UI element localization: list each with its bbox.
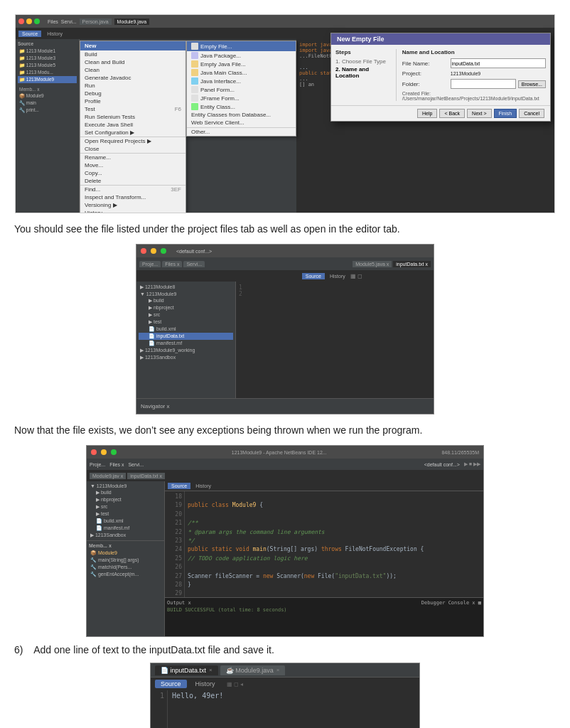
tab-person-java[interactable]: Person.java	[80, 18, 112, 25]
menu-profile[interactable]: Profile	[80, 97, 185, 105]
menu-proje-3[interactable]: Proje...	[90, 462, 105, 467]
subtab-history-4[interactable]: History	[190, 680, 221, 688]
tree-1213module8[interactable]: ▶ 1213Module8	[139, 284, 233, 291]
submenu-empty-file[interactable]: Empty File...	[187, 41, 296, 51]
subtab-source-3[interactable]: Source	[168, 483, 190, 489]
tab-module9-jav[interactable]: Module9.jav x	[90, 473, 126, 479]
module9-member[interactable]: 📦 Module9	[18, 92, 77, 100]
tree-build-xml[interactable]: 📄 build.xml	[139, 326, 233, 333]
members-module9[interactable]: 📦 Module9	[89, 550, 162, 557]
next-button[interactable]: Next >	[467, 109, 491, 118]
browse-button[interactable]: Browse...	[518, 80, 546, 88]
menu-run[interactable]: Run	[80, 82, 185, 90]
ide-menu-servi[interactable]: Servi...	[61, 19, 77, 24]
tree3-src[interactable]: ▶ src	[89, 503, 162, 510]
tab-module5-java[interactable]: Module5.java x	[353, 261, 392, 267]
tree3-1213module9[interactable]: ▼ 1213Module9	[89, 483, 162, 489]
submenu-jframe[interactable]: JFrame Form...	[187, 94, 296, 102]
help-button[interactable]: Help	[417, 109, 437, 118]
submenu-entity-class[interactable]: Entity Class...	[187, 102, 296, 111]
submenu-empty-java[interactable]: Empty Java File...	[187, 60, 296, 68]
subtab-history[interactable]: History	[43, 31, 66, 37]
menu-build[interactable]: Build	[80, 50, 185, 58]
step1-label[interactable]: 1. Choose File Type	[335, 58, 392, 65]
menu-servi-3[interactable]: Servi...	[128, 462, 144, 467]
submenu-java-interface[interactable]: Java Interface...	[187, 77, 296, 85]
tree-manifest-mf[interactable]: 📄 manifest.mf	[139, 340, 233, 347]
menu-set-config[interactable]: Set Configuration ▶	[80, 129, 185, 137]
menu-inspect[interactable]: Inspect and Transform...	[80, 193, 185, 201]
tree-src[interactable]: ▶ src	[139, 311, 233, 318]
print-member[interactable]: 🔧 print...	[18, 107, 77, 114]
tab-inputdata-3[interactable]: inputData.txt x	[127, 473, 165, 479]
tree-1213module9-working[interactable]: ▶ 1213Module9_working	[139, 347, 233, 354]
menu-delete[interactable]: Delete	[80, 177, 185, 186]
submenu-other[interactable]: Other...	[187, 127, 296, 136]
menu-history[interactable]: History	[80, 209, 185, 213]
tab-servi[interactable]: Servi...	[183, 261, 205, 267]
menu-files-3[interactable]: Files x	[109, 462, 124, 467]
finish-button[interactable]: Finish	[494, 109, 517, 118]
menu-clean-build[interactable]: Clean and Build	[80, 58, 185, 66]
tree-1213sandbox[interactable]: ▶ 1213Sandbox	[139, 354, 233, 361]
members-matchid[interactable]: 🔧 matchId(Pers...	[89, 564, 162, 571]
subtab-history-2[interactable]: History	[326, 273, 349, 279]
members-genent[interactable]: 🔧 genEntAccept(m...	[89, 571, 162, 578]
tab-proje[interactable]: Proje...	[139, 261, 161, 267]
menu-generate-javadoc[interactable]: Generate Javadoc	[80, 74, 185, 82]
tab-module9-java-4[interactable]: ☕ Module9.java ×	[220, 665, 286, 675]
project-item3[interactable]: 📁 1213 Module5	[18, 62, 77, 69]
folder-input[interactable]	[451, 79, 516, 89]
subtab-source[interactable]: Source	[18, 31, 41, 37]
editor-area-4[interactable]: 1 Hello, 49er!	[151, 690, 419, 728]
code-line-4[interactable]: Hello, 49er!	[168, 690, 419, 728]
tree-inputdata-txt[interactable]: 📄 inputData.txt	[139, 333, 233, 340]
code-content-3[interactable]: public class Module9 { /** * @param args…	[185, 491, 483, 597]
menu-close[interactable]: Close	[80, 145, 185, 154]
tab-close-2[interactable]: ×	[276, 667, 280, 673]
menu-selenium[interactable]: Run Selenium Tests	[80, 113, 185, 121]
project-item2[interactable]: 📁 1213 Module3	[18, 55, 77, 62]
members-main[interactable]: 🔧 main(String[] args)	[89, 557, 162, 564]
menu-execute-shell[interactable]: Execute Java Shell	[80, 121, 185, 129]
menu-open-required[interactable]: Open Required Projects ▶	[80, 137, 185, 145]
tree3-build[interactable]: ▶ build	[89, 489, 162, 496]
main-member[interactable]: 🔧 main	[18, 100, 77, 107]
tab-files-x[interactable]: Files x	[162, 261, 182, 267]
tree3-nbproject[interactable]: ▶ nbproject	[89, 496, 162, 503]
menu-debug[interactable]: Debug	[80, 90, 185, 97]
submenu-panel-form[interactable]: Panel Form...	[187, 85, 296, 94]
tab-inputdata-txt[interactable]: inputData.txt x	[393, 261, 431, 267]
project-item4[interactable]: 📁 1213 Modu...	[18, 69, 77, 76]
tree3-build-xml[interactable]: 📄 build.xml	[89, 518, 162, 525]
project-item1[interactable]: 📁 1213 Module1	[18, 48, 77, 55]
tree-1213module9[interactable]: ▼ 1213Module9	[139, 291, 233, 297]
menu-versioning[interactable]: Versioning ▶	[80, 201, 185, 209]
editor-area-2[interactable]: 1 2	[236, 282, 434, 398]
menu-move[interactable]: Move...	[80, 161, 185, 169]
filename-input[interactable]	[451, 58, 546, 68]
tree-nbproject[interactable]: ▶ nbproject	[139, 304, 233, 311]
back-button[interactable]: < Back	[439, 109, 465, 118]
tree-test[interactable]: ▶ test	[139, 318, 233, 326]
tree3-1213sandbox[interactable]: ▶ 1213Sandbox	[89, 532, 162, 539]
project-item5-selected[interactable]: 📁 1213Module9	[18, 76, 77, 83]
submenu-webservice[interactable]: Web Service Client...	[187, 119, 296, 127]
subtab-source-4[interactable]: Source	[155, 680, 187, 688]
ide-menu-file[interactable]: Files	[48, 19, 58, 24]
menu-rename[interactable]: Rename...	[80, 154, 185, 161]
menu-clean[interactable]: Clean	[80, 66, 185, 74]
menu-find[interactable]: Find...3EF	[80, 186, 185, 193]
subtab-source-2[interactable]: Source	[302, 273, 325, 279]
menu-test[interactable]: TestF6	[80, 105, 185, 113]
tree3-manifest[interactable]: 📄 manifest.mf	[89, 525, 162, 532]
tab-module9-java[interactable]: Module9.java	[114, 18, 150, 25]
submenu-java-package[interactable]: Java Package...	[187, 51, 296, 60]
submenu-entity-db[interactable]: Entity Classes from Database...	[187, 111, 296, 119]
step2-label[interactable]: 2. Name and Location	[335, 65, 392, 80]
tab-inputdata-4[interactable]: 📄 inputData.txt ×	[155, 665, 218, 675]
menu-copy[interactable]: Copy...	[80, 169, 185, 177]
submenu-java-main[interactable]: Java Main Class...	[187, 68, 296, 77]
subtab-history-3[interactable]: History	[192, 483, 215, 489]
tab-close-1[interactable]: ×	[209, 667, 213, 673]
